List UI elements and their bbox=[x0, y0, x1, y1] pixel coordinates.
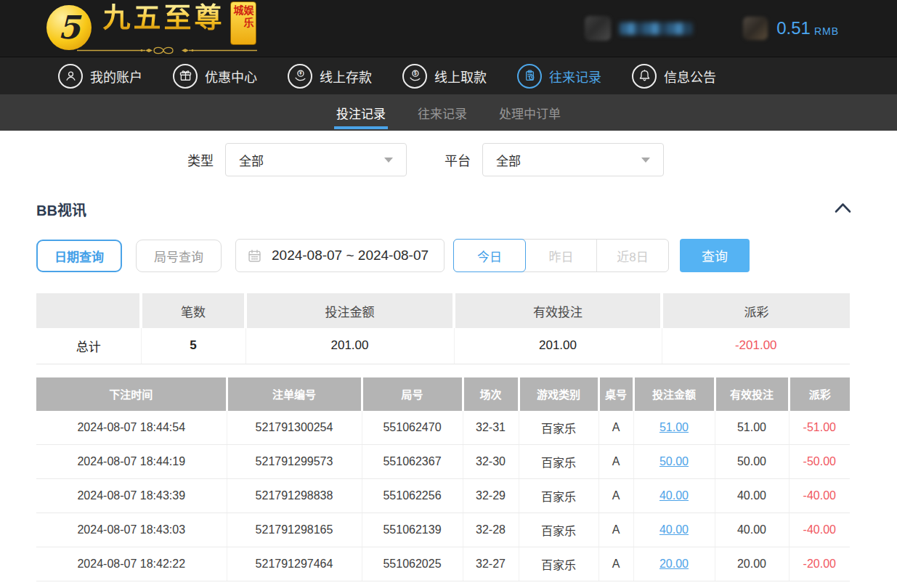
table-cell: A bbox=[598, 513, 633, 547]
calendar-icon bbox=[247, 248, 262, 264]
nav-item-label: 我的账户 bbox=[90, 67, 142, 86]
type-filter-label: 类型 bbox=[187, 150, 214, 169]
table-cell: 521791300254 bbox=[227, 411, 362, 445]
filter-row: 类型 全部 平台 全部 bbox=[187, 143, 861, 176]
user-icon bbox=[58, 64, 83, 89]
bet-amount-cell: 40.00 bbox=[633, 479, 715, 513]
bet-col-header: 有效投注 bbox=[715, 377, 789, 411]
table-cell: 551062256 bbox=[362, 479, 463, 513]
bet-col-header: 局号 bbox=[362, 377, 463, 411]
table-cell: 521791299573 bbox=[227, 445, 362, 479]
nav-item-label: 优惠中心 bbox=[205, 67, 257, 86]
gift-icon bbox=[173, 64, 198, 89]
summary-col-header: 派彩 bbox=[662, 293, 850, 328]
date-range-input[interactable]: 2024-08-07 ~ 2024-08-07 bbox=[235, 239, 445, 272]
type-select[interactable]: 全部 bbox=[225, 143, 407, 176]
summary-col-header: 有效投注 bbox=[454, 293, 662, 328]
table-cell: -40.00 bbox=[789, 479, 850, 513]
nav-item-user[interactable]: 我的账户 bbox=[58, 64, 142, 89]
platform-select[interactable]: 全部 bbox=[482, 143, 664, 176]
table-cell: 521791297464 bbox=[227, 547, 362, 581]
nav-item-label: 线上存款 bbox=[320, 67, 372, 86]
type-select-value: 全部 bbox=[239, 151, 264, 169]
table-cell: 百家乐 bbox=[519, 547, 598, 581]
subnav-tab-1[interactable]: 往来记录 bbox=[417, 94, 468, 131]
bet-amount-link[interactable]: 20.00 bbox=[659, 558, 689, 570]
table-cell: 32-28 bbox=[463, 513, 519, 547]
collapse-chevron-icon[interactable] bbox=[834, 201, 852, 217]
table-cell: 2024-08-07 18:44:54 bbox=[36, 411, 227, 445]
date-range-value: 2024-08-07 ~ 2024-08-07 bbox=[272, 248, 429, 264]
summary-value: 201.00 bbox=[454, 328, 662, 364]
table-cell: 40.00 bbox=[715, 479, 789, 513]
table-cell: 2024-08-07 18:43:39 bbox=[36, 479, 227, 513]
bet-col-header: 游戏类别 bbox=[519, 377, 598, 411]
balance-amount: 0.51 bbox=[776, 18, 811, 38]
bet-amount-link[interactable]: 50.00 bbox=[659, 455, 689, 467]
round-query-tab[interactable]: 局号查询 bbox=[136, 240, 222, 272]
bet-amount-cell: 51.00 bbox=[633, 411, 715, 445]
table-cell: 51.00 bbox=[715, 411, 789, 445]
withdraw-icon: $ bbox=[402, 64, 427, 89]
summary-table: 笔数投注金额有效投注派彩 总计 5201.00201.00-201.00 bbox=[36, 293, 850, 364]
nav-item-deposit[interactable]: ¥线上存款 bbox=[288, 64, 372, 89]
table-cell: 521791298165 bbox=[227, 513, 362, 547]
table-cell: A bbox=[598, 411, 633, 445]
summary-value: 5 bbox=[141, 328, 245, 364]
caret-down-icon bbox=[641, 158, 650, 163]
quick-date-1[interactable]: 昨日 bbox=[526, 240, 597, 271]
table-cell: 551062025 bbox=[362, 547, 463, 581]
content: 类型 全部 平台 全部 BB视讯 日期查询 局号查询 2 bbox=[0, 143, 897, 581]
summary-total-label: 总计 bbox=[36, 328, 141, 364]
table-cell: 百家乐 bbox=[519, 445, 598, 479]
subnav-tab-2[interactable]: 处理中订单 bbox=[498, 94, 561, 131]
subnav-tab-0[interactable]: 投注记录 bbox=[336, 94, 386, 131]
summary-value: -201.00 bbox=[662, 328, 850, 364]
table-row: 2024-08-07 18:43:39521791298838551062256… bbox=[36, 479, 850, 513]
bet-amount-link[interactable]: 40.00 bbox=[659, 523, 689, 536]
table-cell: 百家乐 bbox=[519, 513, 598, 547]
username-redacted bbox=[620, 23, 692, 35]
bet-amount-link[interactable]: 40.00 bbox=[659, 489, 689, 502]
summary-col-header: 笔数 bbox=[141, 293, 245, 328]
quick-date-2[interactable]: 近8日 bbox=[597, 240, 668, 271]
records-icon bbox=[517, 64, 542, 89]
date-query-tab[interactable]: 日期查询 bbox=[36, 240, 122, 272]
table-cell: 551062367 bbox=[362, 445, 463, 479]
bet-col-header: 下注时间 bbox=[36, 377, 227, 411]
logo-95-icon: 5 bbox=[46, 5, 92, 50]
nav-item-label: 线上取款 bbox=[434, 67, 487, 86]
table-cell: 百家乐 bbox=[519, 411, 598, 445]
table-cell: 32-29 bbox=[463, 479, 519, 513]
summary-col-header: 投注金额 bbox=[245, 293, 454, 328]
table-cell: A bbox=[598, 547, 633, 581]
summary-total-row: 总计 5201.00201.00-201.00 bbox=[36, 328, 850, 364]
user-area: 0.51 RMB bbox=[585, 16, 839, 41]
table-row: 2024-08-07 18:44:19521791299573551062367… bbox=[36, 445, 850, 479]
table-cell: 521791298838 bbox=[227, 479, 362, 513]
quick-date-0[interactable]: 今日 bbox=[453, 239, 526, 272]
svg-text:¥: ¥ bbox=[299, 70, 302, 75]
bet-amount-link[interactable]: 51.00 bbox=[659, 421, 689, 433]
bet-table-header-row: 下注时间注单编号局号场次游戏类别桌号投注金额有效投注派彩 bbox=[36, 377, 850, 411]
bet-amount-cell: 20.00 bbox=[633, 547, 715, 581]
platform-filter-label: 平台 bbox=[445, 150, 471, 169]
nav-item-records[interactable]: 往来记录 bbox=[517, 64, 601, 89]
logo-badge: 娱乐城 bbox=[230, 1, 256, 45]
nav-item-gift[interactable]: 优惠中心 bbox=[173, 64, 257, 89]
search-button[interactable]: 查询 bbox=[680, 239, 750, 272]
balance-currency: RMB bbox=[814, 20, 839, 37]
table-cell: 百家乐 bbox=[519, 479, 598, 513]
bet-amount-cell: 40.00 bbox=[633, 513, 715, 547]
bet-amount-cell: 50.00 bbox=[633, 445, 715, 479]
table-cell: 20.00 bbox=[715, 547, 789, 581]
summary-header-row: 笔数投注金额有效投注派彩 bbox=[36, 293, 850, 328]
logo-flourish-icon bbox=[76, 45, 259, 56]
summary-col-header bbox=[36, 293, 141, 328]
section-title: BB视讯 bbox=[36, 199, 86, 220]
bet-col-header: 场次 bbox=[463, 377, 519, 411]
site-logo[interactable]: 5 九五至尊 娱乐城 bbox=[46, 1, 259, 56]
avatar[interactable] bbox=[585, 16, 611, 41]
nav-item-bell[interactable]: 信息公告 bbox=[632, 64, 716, 89]
nav-item-withdraw[interactable]: $线上取款 bbox=[402, 64, 487, 89]
